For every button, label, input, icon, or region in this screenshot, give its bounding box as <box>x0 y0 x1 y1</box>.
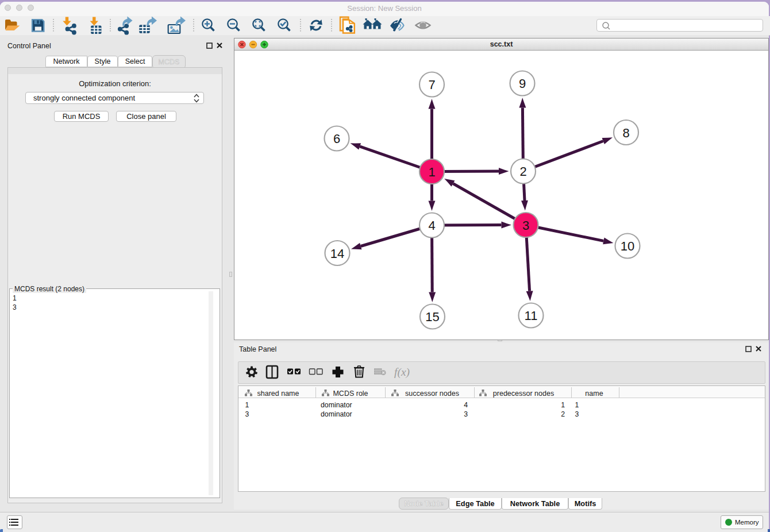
svg-text:10: 10 <box>621 239 634 253</box>
svg-text:9: 9 <box>519 76 526 91</box>
svg-text:4: 4 <box>428 218 435 233</box>
svg-text:8: 8 <box>622 126 629 140</box>
svg-text:f(x): f(x) <box>394 366 410 379</box>
svg-text:6: 6 <box>333 132 340 146</box>
svg-text:15: 15 <box>425 310 439 324</box>
svg-text:3: 3 <box>522 218 529 233</box>
svg-text:1: 1 <box>428 165 435 179</box>
svg-text:2: 2 <box>519 164 526 179</box>
svg-text:7: 7 <box>428 78 435 92</box>
svg-text:14: 14 <box>330 246 344 261</box>
svg-text:11: 11 <box>525 309 538 323</box>
